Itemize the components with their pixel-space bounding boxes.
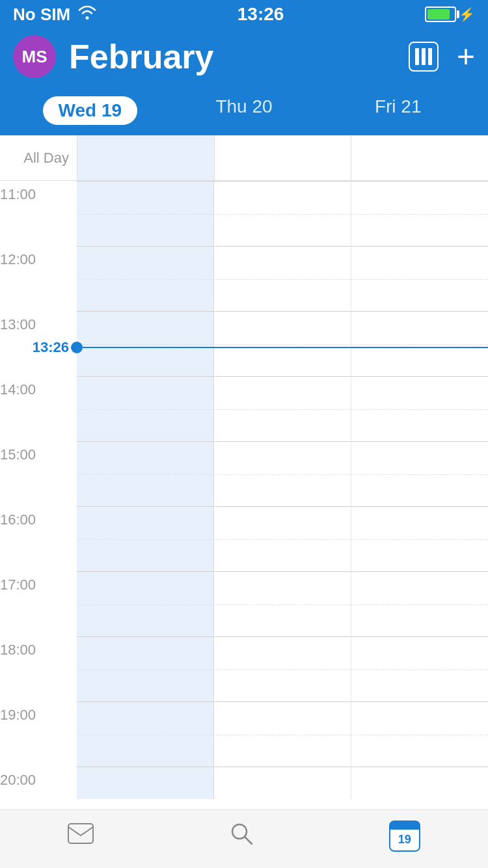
half-line-19 bbox=[77, 735, 488, 735]
day-label-thu: Thu 20 bbox=[215, 96, 272, 116]
cell-thu-20 bbox=[214, 767, 351, 799]
time-row-18: 18:00 bbox=[0, 636, 488, 701]
time-cells-15 bbox=[77, 441, 488, 506]
time-row-13: 13:00 13:26 bbox=[0, 311, 488, 376]
time-row-20: 20:00 bbox=[0, 766, 488, 799]
current-time-dot bbox=[71, 342, 83, 353]
time-label-12: 12:00 bbox=[0, 246, 77, 311]
time-label-18: 18:00 bbox=[0, 636, 77, 701]
status-bar: No SIM 13:26 ⚡ bbox=[0, 0, 488, 29]
time-label-11: 11:00 bbox=[0, 181, 77, 246]
day-item-fri[interactable]: Fri 21 bbox=[321, 90, 475, 135]
time-row-12: 12:00 bbox=[0, 246, 488, 311]
grid-bar-3 bbox=[428, 48, 432, 65]
day-item-thu[interactable]: Thu 20 bbox=[167, 90, 321, 135]
day-label-fri: Fri 21 bbox=[375, 96, 422, 116]
header: MS February + Wed 19 Thu 20 Fri 21 bbox=[0, 29, 488, 135]
carrier-label: No SIM bbox=[13, 5, 70, 25]
time-label-17: 17:00 bbox=[0, 571, 77, 636]
tab-search[interactable] bbox=[230, 822, 253, 850]
wifi-icon bbox=[78, 5, 96, 23]
battery-icon bbox=[425, 7, 456, 22]
add-event-button[interactable]: + bbox=[457, 41, 475, 72]
bolt-icon: ⚡ bbox=[459, 7, 475, 22]
all-day-cell-thu bbox=[214, 135, 351, 180]
time-row-16: 16:00 bbox=[0, 506, 488, 571]
time-label-19: 19:00 bbox=[0, 701, 77, 766]
half-line-11 bbox=[77, 214, 488, 215]
svg-rect-0 bbox=[68, 824, 93, 843]
status-right: ⚡ bbox=[425, 7, 475, 22]
time-cells-14 bbox=[77, 376, 488, 441]
half-line-18 bbox=[77, 670, 488, 670]
time-label-20: 20:00 bbox=[0, 766, 77, 799]
battery-fill bbox=[427, 9, 450, 20]
header-left: MS February bbox=[13, 35, 214, 78]
time-label-14: 14:00 bbox=[0, 376, 77, 441]
time-cells-19 bbox=[77, 701, 488, 766]
current-time-indicator: 13:26 bbox=[0, 339, 488, 356]
cell-fri-20 bbox=[351, 767, 488, 799]
all-day-row: All Day bbox=[0, 135, 488, 181]
mail-icon bbox=[68, 823, 94, 849]
time-row-14: 14:00 bbox=[0, 376, 488, 441]
current-time-label: 13:26 bbox=[0, 339, 77, 356]
all-day-label: All Day bbox=[0, 135, 77, 180]
calendar-icon: 19 bbox=[389, 821, 420, 852]
tab-bar: 19 bbox=[0, 809, 488, 868]
time-cells-17 bbox=[77, 571, 488, 636]
grid-bar-1 bbox=[415, 48, 419, 65]
month-title: February bbox=[69, 37, 214, 76]
time-row-17: 17:00 bbox=[0, 571, 488, 636]
half-line-17 bbox=[77, 604, 488, 605]
time-row-15: 15:00 bbox=[0, 441, 488, 506]
time-cells-12 bbox=[77, 246, 488, 311]
tab-calendar[interactable]: 19 bbox=[389, 821, 420, 852]
time-row-11: 11:00 bbox=[0, 181, 488, 246]
time-cells-16 bbox=[77, 506, 488, 571]
half-line-16 bbox=[77, 539, 488, 540]
time-rows: 11:00 12:00 13:00 bbox=[0, 181, 488, 799]
calendar-icon-header bbox=[390, 822, 419, 830]
time-row-19: 19:00 bbox=[0, 701, 488, 766]
time-cells-11 bbox=[77, 181, 488, 246]
time-cells-18 bbox=[77, 636, 488, 701]
grid-bar-2 bbox=[422, 48, 426, 65]
half-line-14 bbox=[77, 409, 488, 410]
header-icons: + bbox=[409, 41, 475, 72]
tab-mail[interactable] bbox=[68, 823, 94, 849]
calendar-body: All Day 11:00 12:00 bbox=[0, 135, 488, 820]
all-day-cell-fri bbox=[351, 135, 488, 180]
status-time: 13:26 bbox=[237, 4, 284, 25]
day-label-wed: Wed 19 bbox=[43, 96, 138, 125]
day-selector: Wed 19 Thu 20 Fri 21 bbox=[13, 90, 475, 135]
half-line-12 bbox=[77, 279, 488, 280]
all-day-cell-today bbox=[77, 135, 214, 180]
avatar[interactable]: MS bbox=[13, 35, 56, 78]
day-item-wed[interactable]: Wed 19 bbox=[13, 90, 167, 135]
calendar-icon-date: 19 bbox=[390, 830, 419, 850]
status-left: No SIM bbox=[13, 5, 96, 25]
cell-today-20 bbox=[77, 767, 214, 799]
battery-container: ⚡ bbox=[425, 7, 475, 22]
grid-view-button[interactable] bbox=[409, 42, 439, 72]
time-label-15: 15:00 bbox=[0, 441, 77, 506]
time-cells-20 bbox=[77, 766, 488, 799]
current-time-bar bbox=[83, 347, 488, 348]
header-top: MS February + bbox=[13, 35, 475, 90]
svg-line-2 bbox=[245, 837, 252, 844]
half-line-15 bbox=[77, 474, 488, 475]
search-icon bbox=[230, 822, 253, 850]
time-label-16: 16:00 bbox=[0, 506, 77, 571]
